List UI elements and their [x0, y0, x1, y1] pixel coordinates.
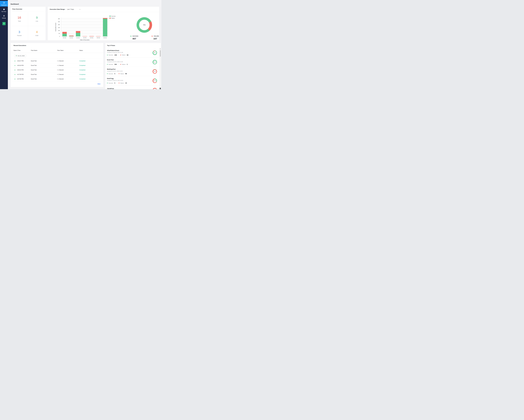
- top-flows-card: Top 5 Flows XIVarPatternCheck Created on…: [105, 43, 161, 89]
- flow-name: AdvXIFlow: [107, 88, 124, 89]
- add-flow-button[interactable]: +: [2, 22, 6, 25]
- flow-list-item[interactable]: XIVarPatternCheck Created on Sep 28, 202…: [105, 48, 159, 57]
- summary-value: 107: [153, 37, 157, 40]
- top-flows-title: Top 5 Flows: [105, 43, 161, 48]
- success-dot-icon: [107, 64, 108, 65]
- success-swatch-icon: [110, 16, 111, 17]
- success-dot-icon: [107, 73, 108, 74]
- stat-label: Total: [18, 20, 21, 22]
- cell-time-taken: < 1 Second: [57, 60, 79, 62]
- flow-name: XIVarPatternCheck: [107, 50, 128, 51]
- status-dot-icon: [15, 61, 15, 61]
- bar-chart-x-axis-title: Date of Execution: [61, 39, 108, 40]
- cell-time-taken: < 1 Second: [57, 69, 79, 71]
- cell-time: 4:37:50 PM: [14, 78, 31, 80]
- donut-percent: 79%: [143, 24, 146, 26]
- briefcase-icon: [3, 8, 5, 10]
- chevron-down-icon[interactable]: [79, 9, 81, 11]
- sidebar-item-my-flows[interactable]: My Flows: [0, 7, 8, 13]
- flow-donut: 4.9%: [153, 69, 157, 74]
- flow-overview-grid: 16 Total 9 Live 3 Paused 4 Draft: [11, 12, 46, 40]
- cell-time: 4:37:59 PM: [14, 74, 31, 75]
- status-dot-icon: [15, 70, 15, 70]
- flow-list-item[interactable]: Excel Test Created on Oct 10, 2023 13:39…: [105, 57, 159, 67]
- status-dot-icon: [15, 74, 15, 75]
- stat-label: Paused: [17, 35, 21, 36]
- cell-flow-name: Excel Test: [31, 65, 57, 66]
- failure-dot-icon: [120, 55, 121, 55]
- top-flows-list: XIVarPatternCheck Created on Sep 28, 202…: [105, 48, 159, 89]
- bar-chart-y-axis-title: Execution Count: [55, 23, 56, 31]
- success-label: Success :: [108, 82, 114, 84]
- cell-flow-name: Excel Test: [31, 78, 57, 80]
- date-group-chip[interactable]: Oct 16, 2023: [14, 54, 26, 57]
- stat-value: 3: [18, 30, 20, 34]
- table-row[interactable]: 4:37:59 PM Excel Test < 1 Second Complet…: [11, 72, 103, 77]
- sidebar: Dashboard My Flows Settings +: [0, 0, 8, 89]
- failure-count: 50: [127, 54, 128, 56]
- sidebar-item-settings[interactable]: Settings: [0, 14, 8, 19]
- flow-list-item[interactable]: DeskTrigg Created on Sep 25, 2023 18:09 …: [105, 76, 159, 85]
- flow-donut: [153, 88, 157, 89]
- flow-donut: 99.7%: [153, 60, 157, 64]
- success-label: Success :: [108, 54, 114, 56]
- sidebar-item-dashboard[interactable]: Dashboard: [0, 1, 8, 7]
- legend-item-success[interactable]: Success: [110, 16, 116, 17]
- scrollbar[interactable]: [159, 48, 161, 89]
- column-date-time: Date & Time: [14, 50, 31, 51]
- flow-donut: 33.3%: [153, 79, 157, 83]
- stat-value: 4: [36, 30, 38, 34]
- donut-center: 79%: [139, 20, 149, 30]
- flow-name: Excel Test: [107, 59, 128, 61]
- cell-time: 4:38:18 PM: [14, 65, 31, 66]
- cell-status: Completed: [79, 69, 103, 71]
- table-row[interactable]: 4:38:18 PM Excel Test < 1 Second Complet…: [11, 63, 103, 68]
- flow-name: MultiAppTest: [107, 68, 127, 70]
- legend-item-failure[interactable]: Failure: [110, 18, 116, 19]
- flow-name: DeskTrigg: [107, 78, 127, 79]
- failure-label: Failure :: [122, 54, 126, 56]
- more-link[interactable]: More: [97, 83, 100, 85]
- scroll-thumb[interactable]: [160, 50, 161, 57]
- execution-panel-card: Execution Date Range : Last 7 Days Execu…: [48, 7, 159, 40]
- sidebar-item-label: My Flows: [1, 11, 6, 12]
- table-row[interactable]: 4:37:50 PM Excel Test < 1 Second Complet…: [11, 77, 103, 81]
- flow-overview-card: Flow Overview 16 Total 9 Live 3 Paused 4…: [11, 7, 46, 40]
- scroll-down-button[interactable]: [160, 88, 161, 89]
- flow-percent: 33.3%: [154, 80, 156, 81]
- calendar-icon: [16, 55, 17, 56]
- scroll-up-button[interactable]: [160, 48, 161, 50]
- success-count: 5: [114, 73, 115, 74]
- table-row[interactable]: 4:38:10 PM Excel Test < 1 Second Complet…: [11, 68, 103, 72]
- failure-dot-icon: [119, 73, 119, 74]
- failure-count: 1: [127, 63, 128, 65]
- summary-label: FAILURE: [154, 36, 159, 37]
- column-status: Status: [79, 50, 103, 51]
- flow-created: Created on Sep 25, 2023 18:09: [107, 80, 127, 81]
- status-dot-icon: [15, 65, 15, 66]
- summary-success: SUCCESS 407: [127, 36, 142, 40]
- stat-paused: 3 Paused: [11, 26, 28, 40]
- flow-list-item[interactable]: AdvXIFlow Success : Failure :: [105, 85, 159, 89]
- table-body: 4:38:27 PM Excel Test < 1 Second Complet…: [11, 59, 103, 81]
- success-pill-icon: [130, 36, 132, 36]
- cell-flow-name: Excel Test: [31, 74, 57, 75]
- flow-percent: 90%: [154, 52, 156, 53]
- date-range-select[interactable]: Last 7 Days: [67, 9, 74, 10]
- stat-live: 9 Live: [28, 12, 46, 26]
- stat-total: 16 Total: [11, 12, 28, 26]
- failure-label: Failure :: [122, 64, 126, 65]
- cell-time: 4:38:27 PM: [14, 60, 31, 62]
- column-time-taken: Time Taken: [57, 50, 79, 51]
- page-title: Dashboard: [11, 3, 19, 5]
- cell-time-taken: < 1 Second: [57, 65, 79, 66]
- success-rate-donut: 79%: [137, 17, 152, 33]
- cell-status: Completed: [79, 65, 103, 66]
- table-row[interactable]: 4:38:27 PM Excel Test < 1 Second Complet…: [11, 59, 103, 63]
- stat-label: Live: [36, 20, 38, 22]
- cell-status: Completed: [79, 78, 103, 80]
- success-dot-icon: [107, 55, 108, 55]
- flow-created: Created on Oct 10, 2023 13:39: [107, 61, 128, 63]
- flow-list-item[interactable]: MultiAppTest Created on Jul 21, 2023 12:…: [105, 67, 159, 76]
- bar-chart-plot: [61, 18, 108, 36]
